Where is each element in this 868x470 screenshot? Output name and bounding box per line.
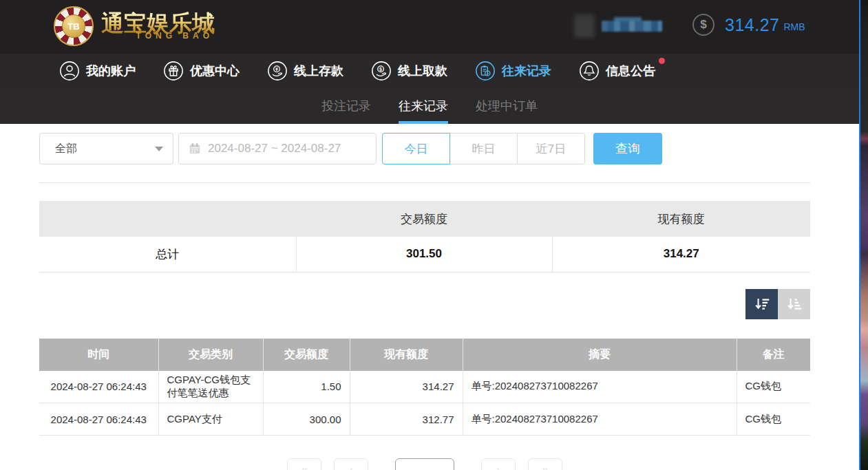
- nav-item-label: 我的账户: [86, 63, 136, 79]
- sort-controls: [39, 289, 810, 319]
- calendar-icon: [189, 142, 201, 155]
- page-number-input[interactable]: [395, 458, 454, 470]
- nav-item-label: 优惠中心: [190, 63, 240, 79]
- user-icon: [59, 61, 80, 81]
- summary-header-row: 交易额度 现有额度: [39, 201, 810, 237]
- summary-table: 交易额度 现有额度 总计 301.50 314.27: [39, 201, 810, 273]
- prev-page-button[interactable]: ‹: [334, 458, 368, 470]
- records-clipboard-clock-icon: [475, 61, 496, 81]
- cell-note: CG钱包: [737, 403, 810, 436]
- first-page-button[interactable]: «: [287, 458, 321, 470]
- col-time: 时间: [39, 339, 158, 371]
- bell-icon: [579, 61, 600, 81]
- col-note: 备注: [737, 339, 810, 371]
- next-page-button[interactable]: ›: [481, 458, 516, 470]
- divider: [39, 182, 810, 183]
- col-summary: 摘要: [463, 339, 737, 371]
- summary-header-blank: [39, 201, 296, 237]
- date-range-input[interactable]: 2024-08-27 ~ 2024-08-27: [178, 133, 377, 164]
- cell-summary: 单号:202408273710082267: [463, 403, 737, 436]
- tab-betting-records[interactable]: 投注记录: [321, 88, 371, 124]
- nav-item-my-account[interactable]: 我的账户: [59, 61, 136, 81]
- last-page-button[interactable]: »: [528, 458, 562, 470]
- sort-descending-button[interactable]: [745, 289, 778, 319]
- cell-balance: 312.77: [350, 403, 463, 436]
- category-select[interactable]: 全部: [39, 133, 173, 164]
- table-row: 2024-08-27 06:24:43 CGPAY支付 300.00 312.7…: [39, 403, 810, 436]
- svg-text:$: $: [379, 67, 382, 72]
- summary-total-amount: 301.50: [296, 237, 552, 272]
- summary-total-row: 总计 301.50 314.27: [39, 237, 810, 272]
- avatar: [574, 14, 595, 38]
- dollar-circle-icon: $: [692, 14, 714, 36]
- content-area: 全部 2024-08-27 ~ 2024-08-27 今日 昨日 近7日 查询: [0, 124, 859, 470]
- cell-summary: 单号:202408273710082267: [463, 371, 737, 403]
- notification-badge: [659, 58, 665, 64]
- cell-time: 2024-08-27 06:24:43: [39, 371, 158, 403]
- cell-type: CGPAY-CG钱包支付笔笔送优惠: [158, 371, 263, 403]
- top-header: TB 通宝娱乐城 TONG BAO $ 314.27 RMB: [0, 0, 859, 54]
- cell-type: CGPAY支付: [158, 403, 263, 436]
- last-7-days-button[interactable]: 近7日: [517, 133, 585, 164]
- chevron-down-icon: [155, 147, 163, 151]
- today-button[interactable]: 今日: [382, 133, 450, 164]
- summary-header-balance: 现有额度: [552, 201, 810, 237]
- summary-total-label: 总计: [39, 237, 296, 272]
- site-logo[interactable]: TB 通宝娱乐城 TONG BAO: [54, 6, 215, 46]
- col-amount: 交易额度: [263, 339, 350, 371]
- cell-amount: 1.50: [263, 371, 350, 403]
- sort-ascending-icon: [785, 295, 803, 313]
- sort-descending-icon: [753, 295, 771, 313]
- records-header-row: 时间 交易类别 交易额度 现有额度 摘要 备注: [39, 339, 810, 371]
- cell-balance: 314.27: [350, 371, 463, 403]
- nav-item-label: 信息公告: [606, 63, 655, 79]
- withdraw-hand-coin-icon: $: [371, 61, 392, 81]
- balance-currency: RMB: [783, 18, 805, 32]
- nav-item-transaction-records[interactable]: 往来记录: [475, 61, 551, 81]
- pagination: « ‹ › »: [39, 458, 810, 470]
- username-redacted: [574, 14, 662, 39]
- nav-item-label: 线上存款: [294, 63, 343, 79]
- col-balance: 现有额度: [350, 339, 463, 371]
- nav-item-label: 往来记录: [502, 63, 551, 79]
- deposit-hand-coin-icon: ¥: [267, 61, 288, 81]
- cell-note: CG钱包: [737, 371, 810, 403]
- records-table: 时间 交易类别 交易额度 现有额度 摘要 备注 2024-08-27 06:24…: [39, 339, 810, 436]
- filter-row: 全部 2024-08-27 ~ 2024-08-27 今日 昨日 近7日 查询: [39, 133, 810, 164]
- search-button[interactable]: 查询: [593, 133, 662, 164]
- quick-date-buttons: 今日 昨日 近7日: [382, 133, 585, 164]
- table-row: 2024-08-27 06:24:43 CGPAY-CG钱包支付笔笔送优惠 1.…: [39, 371, 810, 403]
- svg-text:¥: ¥: [275, 67, 278, 72]
- nav-item-promotions[interactable]: 优惠中心: [163, 61, 240, 81]
- username-blur: [602, 21, 662, 32]
- col-type: 交易类别: [158, 339, 263, 371]
- logo-text: 通宝娱乐城 TONG BAO: [101, 12, 215, 41]
- poker-chip-logo-icon: TB: [54, 6, 94, 46]
- nav-item-deposit[interactable]: ¥ 线上存款: [267, 61, 343, 81]
- tab-transaction-records[interactable]: 往来记录: [399, 88, 448, 124]
- page: TB 通宝娱乐城 TONG BAO $ 314.27 RMB 我的账户: [0, 0, 859, 470]
- gift-icon: [163, 61, 184, 81]
- nav-item-announcements[interactable]: 信息公告: [579, 61, 655, 81]
- sub-tabs: 投注记录 往来记录 处理中订单: [0, 88, 859, 124]
- sort-ascending-button[interactable]: [778, 289, 810, 319]
- balance-display: $ 314.27 RMB: [692, 14, 805, 36]
- date-range-value: 2024-08-27 ~ 2024-08-27: [208, 142, 341, 156]
- cell-amount: 300.00: [263, 403, 350, 436]
- background-window-strip: [859, 0, 868, 470]
- cell-time: 2024-08-27 06:24:43: [39, 403, 158, 436]
- nav-item-label: 线上取款: [398, 63, 447, 79]
- nav-item-withdraw[interactable]: $ 线上取款: [371, 61, 447, 81]
- yesterday-button[interactable]: 昨日: [449, 133, 518, 164]
- category-select-value: 全部: [55, 142, 77, 156]
- summary-header-amount: 交易额度: [296, 201, 552, 237]
- balance-amount: 314.27: [725, 15, 779, 35]
- tab-processing-orders[interactable]: 处理中订单: [476, 88, 538, 124]
- summary-total-balance: 314.27: [552, 237, 810, 272]
- chip-monogram: TB: [62, 14, 85, 38]
- main-nav: 我的账户 优惠中心 ¥ 线上存款 $ 线上取款 往来记录: [0, 54, 859, 88]
